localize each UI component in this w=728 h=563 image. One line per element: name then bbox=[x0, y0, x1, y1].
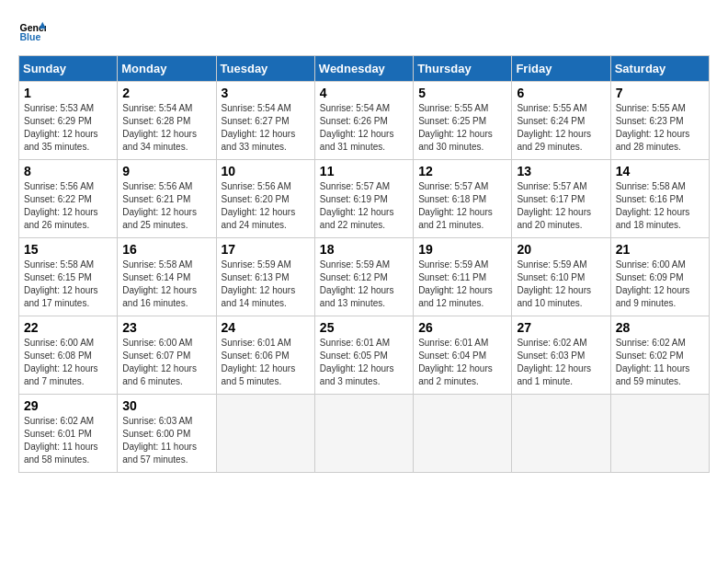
calendar-cell: 15Sunrise: 5:58 AMSunset: 6:15 PMDayligh… bbox=[19, 238, 118, 316]
calendar-cell: 13Sunrise: 5:57 AMSunset: 6:17 PMDayligh… bbox=[512, 160, 610, 238]
calendar-row-4: 22Sunrise: 6:00 AMSunset: 6:08 PMDayligh… bbox=[19, 316, 710, 395]
day-number: 30 bbox=[122, 398, 210, 413]
day-info: Sunrise: 5:56 AMSunset: 6:20 PMDaylight:… bbox=[222, 180, 310, 232]
calendar-cell: 27Sunrise: 6:02 AMSunset: 6:03 PMDayligh… bbox=[512, 316, 610, 395]
day-info: Sunrise: 5:54 AMSunset: 6:27 PMDaylight:… bbox=[222, 102, 310, 154]
day-number: 3 bbox=[222, 86, 310, 100]
day-info: Sunrise: 6:01 AMSunset: 6:04 PMDaylight:… bbox=[418, 337, 506, 388]
day-number: 27 bbox=[517, 320, 605, 335]
calendar-cell: 14Sunrise: 5:58 AMSunset: 6:16 PMDayligh… bbox=[610, 160, 709, 238]
calendar-cell: 7Sunrise: 5:55 AMSunset: 6:23 PMDaylight… bbox=[610, 82, 709, 160]
page-header: General Blue bbox=[18, 18, 710, 46]
day-number: 26 bbox=[418, 320, 506, 335]
day-number: 23 bbox=[122, 320, 210, 335]
day-number: 7 bbox=[616, 86, 704, 100]
day-number: 2 bbox=[122, 86, 210, 100]
day-info: Sunrise: 5:58 AMSunset: 6:16 PMDaylight:… bbox=[616, 180, 704, 232]
day-info: Sunrise: 6:02 AMSunset: 6:02 PMDaylight:… bbox=[616, 337, 704, 388]
calendar-cell bbox=[216, 395, 314, 473]
day-info: Sunrise: 5:57 AMSunset: 6:17 PMDaylight:… bbox=[517, 180, 605, 232]
day-number: 11 bbox=[320, 164, 408, 178]
weekday-header-monday: Monday bbox=[118, 56, 216, 82]
day-number: 9 bbox=[122, 164, 210, 178]
day-info: Sunrise: 5:59 AMSunset: 6:10 PMDaylight:… bbox=[517, 259, 605, 310]
calendar-cell: 3Sunrise: 5:54 AMSunset: 6:27 PMDaylight… bbox=[216, 82, 314, 160]
calendar-cell: 23Sunrise: 6:00 AMSunset: 6:07 PMDayligh… bbox=[118, 316, 216, 395]
calendar-row-5: 29Sunrise: 6:02 AMSunset: 6:01 PMDayligh… bbox=[19, 395, 710, 473]
calendar-cell: 10Sunrise: 5:56 AMSunset: 6:20 PMDayligh… bbox=[216, 160, 314, 238]
day-number: 1 bbox=[24, 86, 112, 100]
day-number: 29 bbox=[24, 398, 112, 413]
day-number: 14 bbox=[616, 164, 704, 178]
calendar-cell: 25Sunrise: 6:01 AMSunset: 6:05 PMDayligh… bbox=[314, 316, 413, 395]
day-info: Sunrise: 6:02 AMSunset: 6:01 PMDaylight:… bbox=[24, 415, 112, 466]
weekday-header-row: SundayMondayTuesdayWednesdayThursdayFrid… bbox=[19, 56, 710, 82]
day-number: 8 bbox=[24, 164, 112, 178]
day-number: 21 bbox=[616, 242, 704, 257]
day-number: 24 bbox=[222, 320, 310, 335]
calendar-row-1: 1Sunrise: 5:53 AMSunset: 6:29 PMDaylight… bbox=[19, 82, 710, 160]
svg-text:Blue: Blue bbox=[20, 31, 41, 42]
calendar-cell: 17Sunrise: 5:59 AMSunset: 6:13 PMDayligh… bbox=[216, 238, 314, 316]
day-info: Sunrise: 6:01 AMSunset: 6:05 PMDaylight:… bbox=[320, 337, 408, 388]
day-number: 17 bbox=[222, 242, 310, 257]
calendar-cell: 20Sunrise: 5:59 AMSunset: 6:10 PMDayligh… bbox=[512, 238, 610, 316]
day-info: Sunrise: 5:56 AMSunset: 6:21 PMDaylight:… bbox=[122, 180, 210, 232]
calendar-cell: 8Sunrise: 5:56 AMSunset: 6:22 PMDaylight… bbox=[19, 160, 118, 238]
calendar-cell: 26Sunrise: 6:01 AMSunset: 6:04 PMDayligh… bbox=[414, 316, 512, 395]
logo-icon: General Blue bbox=[18, 18, 46, 46]
calendar-cell bbox=[414, 395, 512, 473]
day-number: 6 bbox=[517, 86, 605, 100]
day-number: 20 bbox=[517, 242, 605, 257]
weekday-header-friday: Friday bbox=[512, 56, 610, 82]
day-info: Sunrise: 5:58 AMSunset: 6:15 PMDaylight:… bbox=[24, 259, 112, 310]
calendar-cell: 11Sunrise: 5:57 AMSunset: 6:19 PMDayligh… bbox=[314, 160, 413, 238]
day-info: Sunrise: 6:03 AMSunset: 6:00 PMDaylight:… bbox=[122, 415, 210, 466]
day-info: Sunrise: 5:59 AMSunset: 6:11 PMDaylight:… bbox=[418, 259, 506, 310]
calendar-cell: 21Sunrise: 6:00 AMSunset: 6:09 PMDayligh… bbox=[610, 238, 709, 316]
calendar-row-2: 8Sunrise: 5:56 AMSunset: 6:22 PMDaylight… bbox=[19, 160, 710, 238]
day-info: Sunrise: 5:59 AMSunset: 6:12 PMDaylight:… bbox=[320, 259, 408, 310]
calendar-cell: 29Sunrise: 6:02 AMSunset: 6:01 PMDayligh… bbox=[19, 395, 118, 473]
day-info: Sunrise: 5:55 AMSunset: 6:23 PMDaylight:… bbox=[616, 102, 704, 154]
day-info: Sunrise: 5:56 AMSunset: 6:22 PMDaylight:… bbox=[24, 180, 112, 232]
calendar-cell: 18Sunrise: 5:59 AMSunset: 6:12 PMDayligh… bbox=[314, 238, 413, 316]
calendar-cell: 30Sunrise: 6:03 AMSunset: 6:00 PMDayligh… bbox=[118, 395, 216, 473]
calendar-cell: 24Sunrise: 6:01 AMSunset: 6:06 PMDayligh… bbox=[216, 316, 314, 395]
day-number: 19 bbox=[418, 242, 506, 257]
calendar-cell: 22Sunrise: 6:00 AMSunset: 6:08 PMDayligh… bbox=[19, 316, 118, 395]
day-number: 22 bbox=[24, 320, 112, 335]
calendar-table: SundayMondayTuesdayWednesdayThursdayFrid… bbox=[18, 55, 710, 473]
day-info: Sunrise: 5:54 AMSunset: 6:28 PMDaylight:… bbox=[122, 102, 210, 154]
calendar-cell: 5Sunrise: 5:55 AMSunset: 6:25 PMDaylight… bbox=[414, 82, 512, 160]
day-number: 4 bbox=[320, 86, 408, 100]
day-info: Sunrise: 6:00 AMSunset: 6:07 PMDaylight:… bbox=[122, 337, 210, 388]
calendar-cell bbox=[512, 395, 610, 473]
weekday-header-wednesday: Wednesday bbox=[314, 56, 413, 82]
day-number: 13 bbox=[517, 164, 605, 178]
day-number: 18 bbox=[320, 242, 408, 257]
weekday-header-tuesday: Tuesday bbox=[216, 56, 314, 82]
calendar-cell bbox=[314, 395, 413, 473]
logo: General Blue bbox=[18, 18, 46, 46]
day-number: 5 bbox=[418, 86, 506, 100]
calendar-cell: 16Sunrise: 5:58 AMSunset: 6:14 PMDayligh… bbox=[118, 238, 216, 316]
calendar-cell: 1Sunrise: 5:53 AMSunset: 6:29 PMDaylight… bbox=[19, 82, 118, 160]
day-info: Sunrise: 5:58 AMSunset: 6:14 PMDaylight:… bbox=[122, 259, 210, 310]
day-info: Sunrise: 5:59 AMSunset: 6:13 PMDaylight:… bbox=[222, 259, 310, 310]
day-info: Sunrise: 5:57 AMSunset: 6:18 PMDaylight:… bbox=[418, 180, 506, 232]
weekday-header-sunday: Sunday bbox=[19, 56, 118, 82]
day-number: 15 bbox=[24, 242, 112, 257]
day-info: Sunrise: 6:00 AMSunset: 6:08 PMDaylight:… bbox=[24, 337, 112, 388]
day-info: Sunrise: 6:00 AMSunset: 6:09 PMDaylight:… bbox=[616, 259, 704, 310]
calendar-cell: 4Sunrise: 5:54 AMSunset: 6:26 PMDaylight… bbox=[314, 82, 413, 160]
day-number: 16 bbox=[122, 242, 210, 257]
day-number: 28 bbox=[616, 320, 704, 335]
day-info: Sunrise: 5:53 AMSunset: 6:29 PMDaylight:… bbox=[24, 102, 112, 154]
weekday-header-saturday: Saturday bbox=[610, 56, 709, 82]
day-info: Sunrise: 5:55 AMSunset: 6:24 PMDaylight:… bbox=[517, 102, 605, 154]
day-info: Sunrise: 5:54 AMSunset: 6:26 PMDaylight:… bbox=[320, 102, 408, 154]
day-number: 10 bbox=[222, 164, 310, 178]
calendar-cell: 12Sunrise: 5:57 AMSunset: 6:18 PMDayligh… bbox=[414, 160, 512, 238]
calendar-cell: 6Sunrise: 5:55 AMSunset: 6:24 PMDaylight… bbox=[512, 82, 610, 160]
